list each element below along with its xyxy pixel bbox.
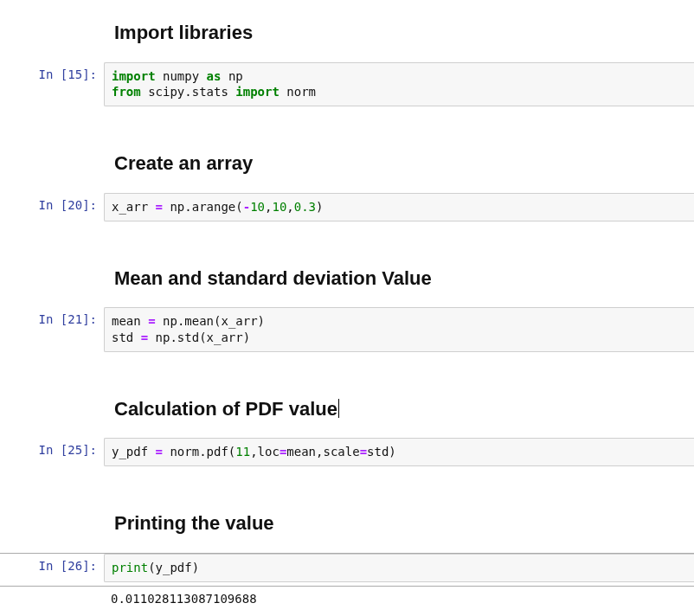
code-cell[interactable]: In [15]:import numpy as np from scipy.st…: [0, 62, 694, 107]
code-input-area[interactable]: print(y_pdf): [104, 554, 694, 582]
code-token: =: [360, 445, 367, 459]
markdown-cell[interactable]: .Create an array: [0, 146, 694, 189]
markdown-content: Mean and standard deviation Value: [104, 261, 694, 305]
code-token: np.arange(: [163, 200, 243, 214]
code-cell-wrapper: In [26]:print(y_pdf): [0, 553, 694, 587]
cell-spacer: [0, 470, 694, 482]
code-cell-wrapper: In [20]:x_arr = np.arange(-10,10,0.3): [0, 193, 694, 221]
section-heading: Create an array: [114, 151, 684, 176]
code-token: mean,scale: [286, 445, 359, 459]
code-token: import: [112, 69, 156, 83]
cell-spacer: [0, 356, 694, 368]
code-token: =: [141, 330, 148, 344]
markdown-cell[interactable]: .Import libraries: [0, 16, 694, 59]
code-token: =: [156, 200, 163, 214]
code-token: as: [207, 69, 222, 83]
cell-spacer: [0, 122, 694, 146]
code-token: 10: [272, 200, 286, 214]
markdown-cell[interactable]: .Mean and standard deviation Value: [0, 261, 694, 305]
cell-spacer: [0, 368, 694, 392]
code-token: -: [243, 200, 250, 214]
cell-spacer: [0, 237, 694, 261]
code-token: np: [221, 69, 242, 83]
markdown-content: Calculation of PDF value: [104, 392, 694, 435]
code-content: y_pdf = norm.pdf(11,loc=mean,scale=std): [104, 438, 694, 466]
empty-prompt: .: [0, 16, 104, 40]
code-token: norm: [280, 85, 316, 99]
code-cell-wrapper: In [15]:import numpy as np from scipy.st…: [0, 62, 694, 107]
code-token: =: [156, 445, 163, 459]
code-token: =: [148, 314, 155, 328]
cell-spacer: [0, 225, 694, 237]
input-prompt: In [20]:: [0, 193, 104, 217]
input-prompt: In [25]:: [0, 438, 104, 462]
notebook: .Import librariesIn [15]:import numpy as…: [0, 0, 694, 616]
code-token: norm.pdf(: [163, 445, 235, 459]
code-token: ,loc: [250, 445, 280, 459]
code-input-area[interactable]: import numpy as np from scipy.stats impo…: [104, 62, 694, 107]
code-cell[interactable]: In [26]:print(y_pdf): [0, 554, 694, 582]
code-cell[interactable]: In [25]:y_pdf = norm.pdf(11,loc=mean,sca…: [0, 438, 694, 466]
output-cell: .0.011028113087109688: [0, 587, 694, 611]
empty-prompt: .: [0, 392, 104, 416]
code-token: std: [112, 330, 141, 344]
code-token: x_arr: [112, 200, 156, 214]
code-cell[interactable]: In [20]:x_arr = np.arange(-10,10,0.3): [0, 193, 694, 221]
empty-prompt: .: [0, 261, 104, 286]
empty-prompt: .: [0, 506, 104, 530]
code-cell-wrapper: In [25]:y_pdf = norm.pdf(11,loc=mean,sca…: [0, 438, 694, 466]
markdown-content: Create an array: [104, 146, 694, 189]
code-cell-wrapper: In [21]:mean = np.mean(x_arr) std = np.s…: [0, 307, 694, 352]
code-token: print: [112, 561, 148, 574]
code-token: y_pdf: [112, 445, 156, 459]
section-heading: Mean and standard deviation Value: [114, 266, 684, 291]
markdown-content: Import libraries: [104, 16, 694, 59]
code-token: scipy.stats: [141, 85, 236, 99]
code-token: 11: [235, 445, 250, 459]
input-prompt: In [21]:: [0, 307, 104, 331]
cell-spacer: [0, 110, 694, 122]
code-token: ,: [286, 200, 293, 214]
markdown-cell[interactable]: .Calculation of PDF value: [0, 392, 694, 435]
code-token: from: [112, 85, 141, 99]
code-content: mean = np.mean(x_arr) std = np.std(x_arr…: [104, 307, 694, 352]
input-prompt: In [15]:: [0, 62, 104, 87]
section-heading: Printing the value: [114, 511, 684, 536]
output-content: 0.011028113087109688: [104, 587, 694, 611]
code-input-area[interactable]: y_pdf = norm.pdf(11,loc=mean,scale=std): [104, 438, 694, 466]
code-token: numpy: [156, 69, 207, 83]
code-input-area[interactable]: mean = np.mean(x_arr) std = np.std(x_arr…: [104, 307, 694, 352]
code-token: np.std(x_arr): [148, 330, 250, 344]
code-token: np.mean(x_arr): [156, 314, 265, 328]
markdown-cell[interactable]: .Printing the value: [0, 506, 694, 549]
empty-prompt: .: [0, 587, 104, 611]
code-token: (y_pdf): [148, 561, 199, 574]
code-token: std): [367, 445, 396, 459]
code-cell[interactable]: In [21]:mean = np.mean(x_arr) std = np.s…: [0, 307, 694, 352]
code-token: mean: [112, 314, 148, 328]
empty-prompt: .: [0, 146, 104, 170]
output-text: 0.011028113087109688: [104, 587, 694, 611]
markdown-content: Printing the value: [104, 506, 694, 549]
code-content: print(y_pdf): [104, 554, 694, 582]
input-prompt: In [26]:: [0, 554, 104, 578]
code-content: x_arr = np.arange(-10,10,0.3): [104, 193, 694, 221]
code-token: import: [235, 85, 280, 99]
code-token: ): [316, 200, 323, 214]
code-token: 0.3: [294, 200, 316, 214]
section-heading: Import libraries: [114, 21, 684, 45]
section-heading: Calculation of PDF value: [114, 397, 684, 421]
code-token: 10: [250, 200, 265, 214]
cell-spacer: [0, 482, 694, 506]
text-cursor: [338, 399, 339, 418]
code-content: import numpy as np from scipy.stats impo…: [104, 62, 694, 107]
code-input-area[interactable]: x_arr = np.arange(-10,10,0.3): [104, 193, 694, 221]
